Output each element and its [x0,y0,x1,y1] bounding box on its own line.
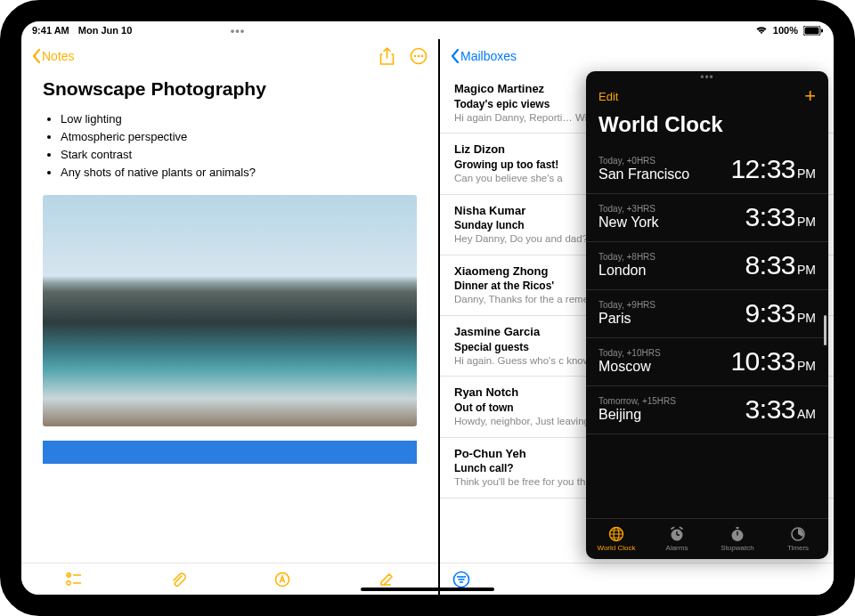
notes-nav-bar: Notes [21,39,438,73]
clock-city: Moscow [598,359,661,375]
svg-point-5 [418,55,420,58]
clock-ampm: PM [797,263,816,277]
world-clock-row[interactable]: Today, +9HRS Paris 9:33PM [586,290,828,338]
notes-back-label: Notes [42,49,75,63]
tab-timers[interactable]: Timers [768,519,828,559]
clock-offset: Today, +8HRS [598,252,656,262]
clock-time: 10:33 [730,346,795,377]
clock-city: Paris [598,311,656,327]
notes-app-pane: Notes Snowscape Photography Low lighting… [21,39,440,595]
alarm-icon [669,526,685,542]
clock-slideover[interactable]: ••• Edit + World Clock Today, +0HRS San … [586,71,828,559]
share-icon[interactable] [378,47,395,65]
clock-add-button[interactable]: + [804,85,816,108]
svg-rect-2 [821,28,823,32]
clock-time: 12:33 [730,154,795,184]
clock-city: San Francisco [598,166,689,182]
statusbar-time: 9:41 AM [32,25,69,36]
tab-world-clock[interactable]: World Clock [586,519,647,559]
clock-ampm: PM [797,215,816,229]
clock-time: 3:33 [745,202,795,232]
battery-icon [803,26,823,36]
tab-label: World Clock [598,544,636,552]
world-clock-list[interactable]: Today, +0HRS San Francisco 12:33PM Today… [586,146,828,518]
clock-city: New York [598,215,659,231]
note-content[interactable]: Snowscape Photography Low lighting Atmos… [21,73,438,563]
statusbar-date: Mon Jun 10 [78,25,133,36]
svg-point-9 [66,580,69,584]
clock-offset: Today, +9HRS [598,300,656,310]
svg-line-25 [680,528,683,530]
world-clock-row[interactable]: Today, +10HRS Moscow 10:33PM [586,338,828,386]
clock-time: 9:33 [745,298,795,328]
clock-ampm: PM [797,311,816,325]
note-bullet: Low lighting [61,110,417,128]
mailboxes-back-button[interactable]: Mailboxes [451,49,517,63]
svg-line-24 [672,528,674,530]
multitasking-handle-icon[interactable]: ••• [224,24,251,37]
chevron-left-icon [451,49,459,63]
clock-time: 8:33 [745,250,795,280]
notes-back-button[interactable]: Notes [32,49,75,63]
status-bar: 9:41 AM Mon Jun 10 ••• 100% [21,21,834,39]
svg-point-4 [414,55,417,58]
globe-icon [608,526,624,542]
more-icon[interactable] [410,47,428,65]
attachment-icon[interactable] [169,571,187,588]
note-bullet: Stark contrast [61,146,417,164]
note-bullet: Any shots of native plants or animals? [61,164,417,182]
clock-offset: Today, +0HRS [598,156,689,166]
clock-ampm: PM [797,166,816,181]
mail-nav-bar: Mailboxes [440,39,834,73]
home-indicator[interactable] [361,588,494,591]
mail-app-pane: Mailboxes Magico Martinez Today's epic v… [440,39,834,595]
clock-city: London [598,263,656,279]
clock-tab-bar: World Clock Alarms Stopwatch [586,518,828,559]
mailboxes-back-label: Mailboxes [460,49,517,63]
clock-edit-button[interactable]: Edit [598,90,618,103]
tab-label: Timers [787,544,809,552]
svg-rect-1 [805,27,819,34]
markup-icon[interactable] [273,571,291,588]
world-clock-row[interactable]: Today, +8HRS London 8:33PM [586,242,828,290]
tab-label: Alarms [666,544,688,552]
chevron-left-icon [32,49,40,63]
clock-offset: Tomorrow, +15HRS [598,396,676,406]
clock-offset: Today, +10HRS [598,348,661,358]
note-title: Snowscape Photography [43,78,417,100]
world-clock-title: World Clock [586,107,828,146]
slideover-side-handle[interactable] [824,315,826,345]
note-bullet-list: Low lighting Atmospheric perspective Sta… [43,110,417,182]
tab-alarms[interactable]: Alarms [647,519,707,559]
clock-ampm: PM [797,359,816,373]
slideover-grab-handle-icon[interactable]: ••• [586,71,828,85]
clock-ampm: AM [797,407,816,421]
checklist-icon[interactable] [65,571,83,588]
note-bullet: Atmospheric perspective [61,128,417,146]
clock-time: 3:33 [745,394,795,425]
svg-point-6 [421,55,424,58]
filter-icon[interactable] [452,571,470,588]
note-inline-image-partial[interactable] [43,441,417,464]
note-inline-image[interactable] [43,195,417,426]
world-clock-row[interactable]: Today, +3HRS New York 3:33PM [586,194,828,242]
world-clock-row[interactable]: Tomorrow, +15HRS Beijing 3:33AM [586,386,828,434]
svg-rect-27 [737,527,739,529]
battery-percent: 100% [773,25,798,36]
timer-icon [790,526,806,542]
wifi-icon [755,26,768,35]
tab-label: Stopwatch [721,544,753,552]
clock-offset: Today, +3HRS [598,204,659,214]
mail-toolbar [440,563,834,595]
clock-city: Beijing [598,407,676,423]
world-clock-row[interactable]: Today, +0HRS San Francisco 12:33PM [586,146,828,194]
stopwatch-icon [729,526,745,542]
tab-stopwatch[interactable]: Stopwatch [707,519,768,559]
compose-icon[interactable] [378,571,395,588]
